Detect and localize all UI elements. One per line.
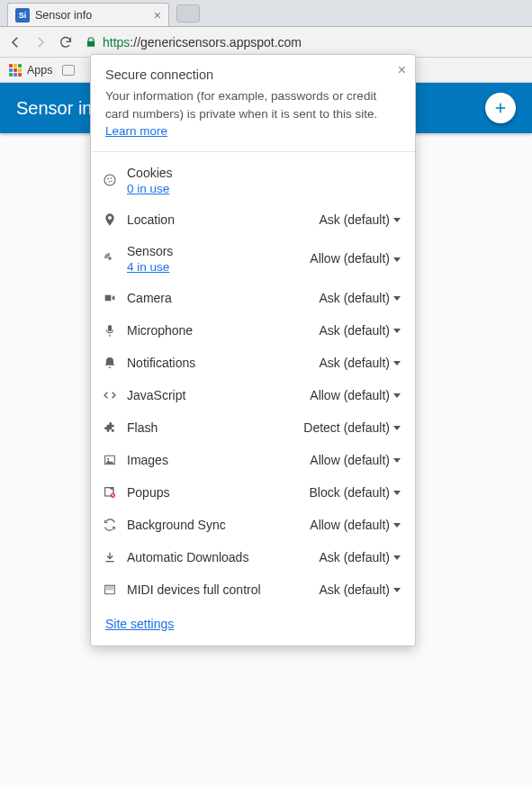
- sensors-icon: [102, 250, 118, 266]
- popover-header: × Secure connection Your information (fo…: [91, 55, 415, 152]
- permission-main: Images: [127, 453, 301, 467]
- permission-label: Sensors: [127, 244, 301, 258]
- url-scheme: https: [103, 35, 130, 50]
- camera-icon: [102, 290, 118, 306]
- mic-icon: [102, 322, 118, 338]
- permission-value-text: Ask (default): [319, 323, 390, 338]
- permission-value-text: Allow (default): [310, 251, 390, 266]
- browser-tab[interactable]: Si Sensor info ×: [7, 3, 169, 26]
- permission-row-mic: MicrophoneAsk (default): [91, 314, 415, 347]
- permission-label: Images: [127, 453, 301, 467]
- forward-button[interactable]: [32, 34, 49, 50]
- permission-label: Popups: [127, 485, 301, 500]
- chevron-down-icon: [393, 523, 401, 528]
- permission-dropdown[interactable]: Allow (default): [310, 388, 401, 402]
- permission-row-location: LocationAsk (default): [91, 203, 415, 236]
- permissions-list: Cookies0 in useLocationAsk (default)Sens…: [91, 152, 415, 608]
- permission-label: Camera: [127, 291, 310, 305]
- chevron-down-icon: [393, 218, 401, 222]
- permission-row-midi: MIDI devices full controlAsk (default): [91, 573, 415, 606]
- browser-toolbar: https://genericsensors.appspot.com: [0, 27, 532, 58]
- permission-value-text: Allow (default): [310, 388, 390, 402]
- permission-label: Microphone: [127, 323, 310, 338]
- url-text: https://genericsensors.appspot.com: [103, 35, 302, 50]
- close-icon[interactable]: ×: [398, 62, 406, 78]
- bookmark-folder-icon[interactable]: [62, 65, 75, 76]
- close-icon[interactable]: ×: [154, 8, 161, 23]
- tab-title: Sensor info: [35, 9, 149, 22]
- image-icon: [102, 452, 118, 468]
- chevron-down-icon: [393, 491, 401, 495]
- permission-value-text: Block (default): [310, 485, 390, 500]
- svg-point-0: [104, 175, 115, 185]
- apps-label: Apps: [27, 64, 53, 77]
- permission-value-text: Ask (default): [319, 212, 390, 227]
- permission-dropdown[interactable]: Allow (default): [310, 251, 401, 266]
- svg-point-5: [109, 257, 111, 259]
- permission-dropdown[interactable]: Ask (default): [319, 323, 401, 338]
- new-tab-button[interactable]: [176, 5, 200, 23]
- permission-label: Automatic Downloads: [127, 550, 310, 564]
- lock-icon[interactable]: [85, 36, 97, 49]
- chevron-down-icon: [393, 555, 401, 560]
- sync-icon: [102, 517, 118, 533]
- permission-main: Automatic Downloads: [127, 550, 310, 564]
- popover-title: Secure connection: [105, 68, 401, 82]
- permission-row-image: ImagesAllow (default): [91, 444, 415, 476]
- add-button[interactable]: [485, 93, 516, 123]
- permission-value-text: Ask (default): [319, 550, 390, 564]
- cookie-icon: [102, 172, 118, 188]
- permission-label: Location: [127, 212, 310, 227]
- permission-label: Background Sync: [127, 518, 301, 532]
- permission-main: JavaScript: [127, 388, 301, 402]
- permission-sublink[interactable]: 4 in use: [127, 260, 301, 274]
- permission-dropdown[interactable]: Detect (default): [303, 420, 401, 435]
- permission-dropdown[interactable]: Block (default): [310, 485, 401, 500]
- permission-main: Sensors4 in use: [127, 244, 301, 274]
- permission-label: Cookies: [127, 166, 401, 180]
- permission-row-cookie: Cookies0 in use: [91, 158, 415, 203]
- download-icon: [102, 549, 118, 565]
- permission-label: JavaScript: [127, 388, 301, 402]
- popover-description: Your information (for example, passwords…: [105, 87, 401, 140]
- permission-dropdown[interactable]: Ask (default): [319, 212, 401, 227]
- permission-dropdown[interactable]: Allow (default): [310, 518, 401, 532]
- chevron-down-icon: [393, 393, 401, 398]
- permission-row-bell: NotificationsAsk (default): [91, 347, 415, 379]
- back-button[interactable]: [7, 34, 23, 50]
- reload-button[interactable]: [58, 34, 74, 50]
- permission-value-text: Allow (default): [310, 453, 390, 467]
- permission-row-popup: PopupsBlock (default): [91, 476, 415, 509]
- tab-bar: Si Sensor info ×: [0, 0, 532, 27]
- url-rest: ://genericsensors.appspot.com: [130, 35, 302, 50]
- chevron-down-icon: [393, 426, 401, 430]
- svg-point-6: [107, 457, 109, 459]
- permission-value-text: Allow (default): [310, 518, 390, 532]
- address-bar[interactable]: https://genericsensors.appspot.com: [83, 31, 525, 54]
- popover-desc-text: Your information (for example, passwords…: [105, 89, 377, 121]
- site-info-popover: × Secure connection Your information (fo…: [90, 54, 416, 646]
- learn-more-link[interactable]: Learn more: [105, 124, 167, 138]
- permission-sublink[interactable]: 0 in use: [127, 182, 401, 195]
- permission-main: Background Sync: [127, 518, 301, 532]
- permission-value-text: Ask (default): [319, 356, 390, 370]
- permission-dropdown[interactable]: Ask (default): [319, 550, 401, 564]
- permission-main: Camera: [127, 291, 310, 305]
- midi-icon: [102, 582, 118, 598]
- permission-row-sync: Background SyncAllow (default): [91, 509, 415, 541]
- svg-point-2: [111, 177, 113, 179]
- permission-row-download: Automatic DownloadsAsk (default): [91, 541, 415, 573]
- svg-point-1: [107, 178, 109, 180]
- chevron-down-icon: [393, 329, 401, 333]
- apps-shortcut[interactable]: Apps: [9, 64, 53, 77]
- permission-row-camera: CameraAsk (default): [91, 282, 415, 314]
- site-settings-link[interactable]: Site settings: [105, 617, 174, 631]
- permission-dropdown[interactable]: Allow (default): [310, 453, 401, 467]
- permission-main: Flash: [127, 420, 294, 435]
- permission-value-text: Detect (default): [303, 420, 390, 435]
- permission-row-code: JavaScriptAllow (default): [91, 379, 415, 411]
- permission-dropdown[interactable]: Ask (default): [319, 356, 401, 370]
- permission-dropdown[interactable]: Ask (default): [319, 582, 401, 597]
- svg-point-4: [111, 181, 113, 183]
- permission-dropdown[interactable]: Ask (default): [319, 291, 401, 305]
